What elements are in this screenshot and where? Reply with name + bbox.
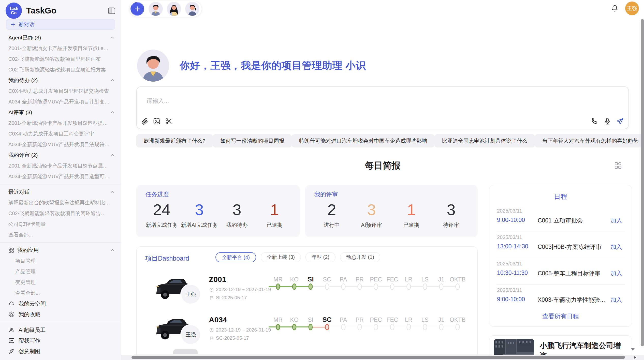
sidebar-section-header[interactable]: 我的应用 xyxy=(0,245,121,256)
sidebar-collapse-icon[interactable] xyxy=(108,7,115,14)
paperclip-icon[interactable] xyxy=(141,117,149,125)
dashboard-tab[interactable]: 年型 (2) xyxy=(305,252,335,262)
sidebar-item[interactable]: Z001-全新燃油皮卡产品开发项目SI节点Lesson Learn报告 xyxy=(0,43,121,54)
session-avatar[interactable] xyxy=(167,2,181,16)
dashboard-grid-icon[interactable] xyxy=(614,162,622,169)
milestone-node[interactable] xyxy=(374,324,378,330)
milestone-node[interactable] xyxy=(341,324,345,330)
divider xyxy=(0,242,121,243)
scroll-right-icon[interactable] xyxy=(633,355,637,359)
scissors-icon[interactable] xyxy=(165,117,172,125)
milestone-node[interactable] xyxy=(309,283,313,290)
milestone-segment xyxy=(294,326,311,327)
schedule-item[interactable]: 2025/03/119:00-10:00X003-车辆动力学性能验...加入 xyxy=(489,285,632,311)
dashboard-tab[interactable]: 全新上装 (3) xyxy=(261,252,301,262)
schedule-item[interactable]: 2025/03/1113:00-14:30C003|H0B-方案冻结评审加入 xyxy=(489,232,632,258)
sidebar-item-label: 帮我写作 xyxy=(19,337,40,344)
milestone-node[interactable] xyxy=(325,324,329,330)
suggestion-chip[interactable]: 特朗普可能对进口汽车增税会对中国车企造成哪些影响 xyxy=(292,134,435,147)
milestone-node[interactable] xyxy=(292,283,297,290)
chevron-up-icon xyxy=(110,248,115,253)
user-avatar-label: 王强 xyxy=(627,5,637,12)
new-session-button[interactable] xyxy=(130,2,144,16)
sidebar-item[interactable]: C02-飞腾新能源轻客改款项目的闭环通告反馈情况 xyxy=(0,208,121,219)
send-icon[interactable] xyxy=(616,117,624,125)
suggestion-chip[interactable]: 当下年轻人对汽车外观有怎样的喜好趋势 xyxy=(535,134,644,147)
sidebar-item-label: 产品管理 xyxy=(15,268,36,275)
sidebar-section-header[interactable]: Agent已办 (3) xyxy=(0,32,121,43)
milestone-node[interactable] xyxy=(423,283,427,290)
milestone-node[interactable] xyxy=(341,283,345,290)
milestone-node[interactable] xyxy=(358,283,362,290)
sidebar-item[interactable]: 查看全部... xyxy=(0,229,121,240)
suggestion-chip[interactable]: 欧洲新规最近颁布了什么? xyxy=(136,134,213,147)
microphone-icon[interactable] xyxy=(604,117,611,125)
milestone-segment xyxy=(278,326,294,327)
vertical-scrollbar[interactable] xyxy=(641,19,644,346)
sidebar-item[interactable]: A034-全新新能源MUV产品开发项目计划变更表编写 xyxy=(0,96,121,107)
sidebar-item[interactable]: 查看全部... xyxy=(0,288,121,298)
schedule-join-link[interactable]: 加入 xyxy=(610,269,622,277)
schedule-item[interactable]: 2025/03/1110:30-11:30C005-整车工程目标评审加入 xyxy=(489,258,632,285)
notification-bell-icon[interactable] xyxy=(611,5,619,12)
sidebar-section-header[interactable]: 我的评审 (2) xyxy=(0,150,121,160)
user-avatar[interactable]: 王强 xyxy=(625,2,639,15)
schedule-join-link[interactable]: 加入 xyxy=(610,296,622,304)
session-avatar[interactable] xyxy=(185,2,199,16)
dashboard-tab[interactable]: 全新平台 (4) xyxy=(215,252,256,262)
horizontal-scrollbar[interactable] xyxy=(131,356,625,359)
schedule-join-link[interactable]: 加入 xyxy=(610,217,622,224)
dashboard-tab[interactable]: 动总开发 (1) xyxy=(340,252,380,262)
session-avatar[interactable] xyxy=(149,2,163,16)
milestone-node[interactable] xyxy=(439,324,444,330)
sidebar-item[interactable]: C02-飞腾新能源轻客改款项目立项汇报方案 xyxy=(0,64,121,75)
schedule-item[interactable]: 2025/03/119:00-10:00C001-立项审批会加入 xyxy=(489,205,632,232)
milestone-node[interactable] xyxy=(456,324,460,330)
sidebar-item[interactable]: C0X4-动力总成开发项目工程变更评审 xyxy=(0,128,121,139)
milestone-node[interactable] xyxy=(406,283,411,290)
sidebar-item[interactable]: 产品管理 xyxy=(0,266,121,277)
sidebar-section-header[interactable]: 我的待办 (2) xyxy=(0,75,121,86)
sidebar-item[interactable]: Z001-全新燃油轻卡产品开发项目SI造型提交物评审 xyxy=(0,118,121,128)
milestone-node[interactable] xyxy=(423,324,427,330)
sidebar-item[interactable]: A034-全新新能源MUV产品开发项目法规符合性评审 xyxy=(0,139,121,150)
phone-icon[interactable] xyxy=(591,117,598,125)
input-voice-tools xyxy=(591,117,624,125)
sidebar-item[interactable]: C02-飞腾新能源轻客改款项目里程碑画布 xyxy=(0,54,121,64)
milestone-node[interactable] xyxy=(292,324,297,330)
schedule-join-link[interactable]: 加入 xyxy=(610,243,622,251)
chat-input[interactable] xyxy=(146,97,503,104)
milestone-node[interactable] xyxy=(390,324,394,330)
sidebar-item[interactable]: 项目管理 xyxy=(0,256,121,266)
milestone-node[interactable] xyxy=(374,283,378,290)
milestone-node[interactable] xyxy=(276,283,280,290)
milestone-node[interactable] xyxy=(390,283,394,290)
sidebar-section-header[interactable]: AI评审 (3) xyxy=(0,107,121,118)
milestone-node[interactable] xyxy=(406,324,411,330)
milestone-node[interactable] xyxy=(456,283,460,290)
suggestion-chip[interactable]: 比亚迪全固态电池计划具体说了什么 xyxy=(435,134,535,147)
sidebar-item[interactable]: A034-全新新能源MUV产品开发项目造型可行性评审 xyxy=(0,171,121,182)
milestone-node[interactable] xyxy=(309,324,313,330)
schedule-view-all[interactable]: 查看所有日程 xyxy=(489,312,632,320)
sidebar-item[interactable]: C0X4-动力总成开发项目SI里程碑提交物检查 xyxy=(0,86,121,96)
sidebar-item[interactable]: 变更管理 xyxy=(0,277,121,288)
sidebar-item-star[interactable]: 我的收藏 xyxy=(0,309,121,320)
schedule-list: 2025/03/119:00-10:00C001-立项审批会加入2025/03/… xyxy=(489,205,632,311)
sidebar-item-cloud[interactable]: 我的云空间 xyxy=(0,298,121,309)
new-chat-button[interactable]: 新对话 xyxy=(6,19,115,30)
sidebar-section-header[interactable]: 最近对话 xyxy=(0,187,121,197)
milestone-node[interactable] xyxy=(325,283,329,290)
suggestion-chip[interactable]: 如何写一份清晰的项目周报 xyxy=(213,134,292,147)
scroll-down-icon[interactable] xyxy=(631,347,635,351)
sidebar-item-write[interactable]: 帮我写作 xyxy=(0,335,121,346)
milestone-node[interactable] xyxy=(276,324,280,330)
sidebar-item[interactable]: Z001-全新燃油轻卡产品开发项目SI节点属性5D文件评审 xyxy=(0,160,121,171)
milestone-node[interactable] xyxy=(439,283,444,290)
sidebar-item[interactable]: 解释最新出台的欧盟报废车法规再生塑料比例被调至15%... xyxy=(0,197,121,208)
image-icon[interactable] xyxy=(153,117,160,125)
sidebar-item-team[interactable]: AI超级员工 xyxy=(0,324,121,335)
sidebar-item-quill[interactable]: 创意制图 xyxy=(0,346,121,356)
milestone-node[interactable] xyxy=(358,324,362,330)
sidebar-item[interactable]: 公司Q3轻卡销量 xyxy=(0,219,121,229)
